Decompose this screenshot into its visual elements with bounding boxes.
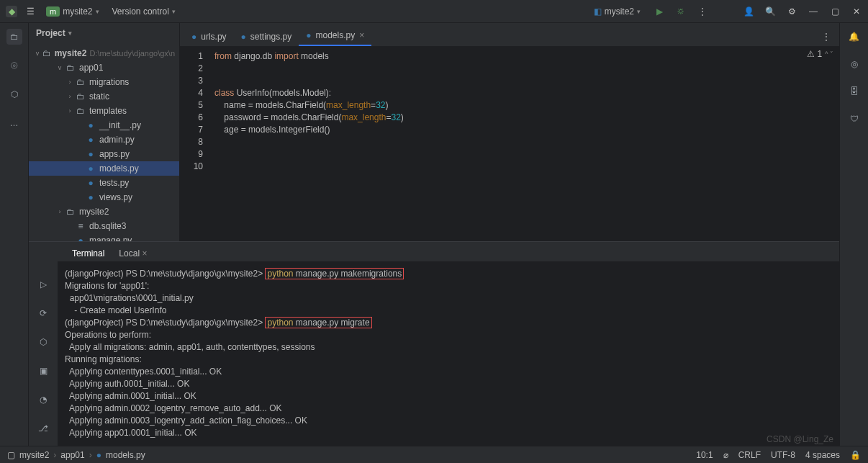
editor-tab[interactable]: ●urls.py	[184, 27, 234, 46]
tree-item[interactable]: ●admin.py	[29, 132, 179, 147]
close-icon[interactable]: ×	[142, 248, 147, 259]
run-config-icon: ◧	[594, 6, 602, 17]
readonly-icon[interactable]: ⌀	[723, 450, 728, 460]
code-line[interactable]: class UserInfo(models.Model):	[214, 87, 839, 99]
terminal-line: Applying admin.0002_logentry_remove_auto…	[65, 403, 832, 415]
project-tool-icon[interactable]: 🗀	[6, 29, 22, 45]
terminal-tab-main[interactable]: Terminal	[65, 246, 112, 261]
code-line[interactable]	[214, 148, 839, 161]
minimize-icon[interactable]: —	[808, 6, 819, 17]
tree-item[interactable]: ›🗀migrations	[29, 75, 179, 89]
tree-item[interactable]: v🗀app01	[29, 60, 179, 75]
terminal-line: Operations to perform:	[65, 329, 832, 341]
code-line[interactable]	[214, 63, 839, 75]
gutter: 12345678910	[180, 46, 209, 241]
code-line[interactable]: age = models.IntegerField()	[214, 124, 839, 136]
vcs-selector[interactable]: Version control ▾	[109, 5, 178, 18]
more-icon[interactable]: ⋮	[697, 6, 708, 17]
terminal-line: Applying contenttypes.0001_initial... OK	[65, 366, 832, 378]
warning-badge[interactable]: ⚠ 1 ^ ˅	[807, 49, 833, 59]
code-line[interactable]: name = models.CharField(max_length=32)	[214, 99, 839, 112]
bookmark-tool-icon[interactable]: ⬡	[6, 86, 22, 102]
code-line[interactable]: password = models.CharField(max_length=3…	[214, 112, 839, 124]
terminal-tab-local[interactable]: Local ×	[112, 246, 154, 261]
terminal-panel: ▷ ⟳ ⬡ ▣ ◔ ⎇ Terminal Local × (djangoProj…	[29, 241, 839, 446]
crumb-sep: ›	[89, 450, 92, 460]
tree-item[interactable]: ›🗀templates	[29, 104, 179, 118]
tree-item[interactable]: ●tests.py	[29, 176, 179, 190]
terminal-line: Applying app01.0001_initial... OK	[65, 427, 832, 439]
run-tool-icon[interactable]: ▷	[35, 277, 51, 292]
warning-icon: ⚠	[807, 49, 815, 59]
project-header-label: Project	[36, 28, 65, 38]
settings-icon[interactable]: ⚙	[786, 6, 797, 17]
tree-item[interactable]: ●__init__.py	[29, 118, 179, 132]
code-line[interactable]	[214, 136, 839, 148]
code-line[interactable]	[214, 161, 839, 173]
more-tool-icon[interactable]: …	[6, 115, 22, 131]
notifications-icon[interactable]: 🔔	[846, 29, 862, 45]
chevron-down-icon: ▾	[96, 8, 99, 15]
tab-more-icon[interactable]: ⋮	[818, 27, 835, 46]
terminal-line: - Create model UserInfo	[65, 305, 832, 317]
structure-tool-icon[interactable]: ⦾	[6, 58, 22, 73]
tree-item[interactable]: ≡db.sqlite3	[29, 219, 179, 233]
close-icon[interactable]: ✕	[851, 6, 862, 17]
user-icon[interactable]: 👤	[743, 6, 754, 17]
terminal-output[interactable]: (djangoProject) PS D:\me\study\django\gx…	[58, 262, 839, 446]
services-icon[interactable]: ⬡	[35, 334, 51, 350]
editor-tab[interactable]: ●models.py×	[299, 26, 371, 46]
terminal-line: (djangoProject) PS D:\me\study\django\gx…	[65, 268, 832, 280]
app-logo-icon: ◆	[6, 6, 17, 17]
close-icon[interactable]: ×	[359, 30, 364, 40]
terminal-line: Apply all migrations: admin, app01, auth…	[65, 341, 832, 354]
search-icon[interactable]: 🔍	[764, 6, 776, 17]
vcs-tool-icon[interactable]: ⎇	[35, 421, 51, 436]
debug-icon[interactable]: ⛭	[675, 6, 687, 17]
editor-tabs: ●urls.py●settings.py●models.py×⋮	[180, 23, 839, 46]
code-area[interactable]: from django.db import models class UserI…	[209, 46, 839, 241]
lock-icon[interactable]: 🔒	[850, 450, 861, 460]
tree-item[interactable]: ›🗀mysite2	[29, 204, 179, 219]
run-icon[interactable]: ▶	[654, 6, 665, 17]
titlebar: ◆ ☰ m mysite2 ▾ Version control ▾ ◧ mysi…	[0, 0, 868, 23]
shield-icon[interactable]: 🛡	[846, 111, 862, 127]
line-sep[interactable]: CRLF	[738, 450, 761, 460]
vcs-label: Version control	[112, 6, 169, 17]
tree-item[interactable]: ●apps.py	[29, 147, 179, 161]
crumb-item[interactable]: mysite2	[19, 450, 49, 460]
terminal-line: (djangoProject) PS D:\me\study\django\gx…	[65, 317, 832, 329]
tree-root[interactable]: v🗀mysite2D:\me\study\django\gx\n	[29, 46, 179, 60]
project-header[interactable]: Project ▾	[29, 23, 179, 43]
breadcrumb[interactable]: ▢ mysite2 › app01 › ● models.py	[7, 450, 145, 460]
indent[interactable]: 4 spaces	[805, 450, 840, 460]
crumb-item[interactable]: models.py	[106, 450, 145, 460]
database-icon[interactable]: 🗄	[846, 84, 862, 99]
ai-icon[interactable]: ◎	[846, 56, 862, 72]
maximize-icon[interactable]: ▢	[829, 6, 841, 17]
left-toolbar: 🗀 ⦾ ⬡ …	[0, 23, 29, 446]
terminal-tool-icon[interactable]: ▣	[35, 363, 51, 379]
terminal-line: Migrations for 'app01':	[65, 280, 832, 292]
caret-pos[interactable]: 10:1	[696, 450, 713, 460]
statusbar: ▢ mysite2 › app01 › ● models.py 10:1 ⌀ C…	[0, 446, 868, 463]
problems-icon[interactable]: ◔	[35, 392, 51, 408]
chevron-up-icon: ^ ˅	[825, 50, 833, 58]
encoding[interactable]: UTF-8	[771, 450, 795, 460]
code-line[interactable]	[214, 75, 839, 87]
tree-item[interactable]: ›🗀static	[29, 89, 179, 104]
chevron-down-icon: ▾	[637, 8, 641, 15]
python-console-icon[interactable]: ⟳	[35, 305, 51, 321]
run-config-name: mysite2	[605, 6, 634, 17]
run-config-selector[interactable]: ◧ mysite2 ▾	[591, 5, 643, 18]
tree-item[interactable]: ●models.py	[29, 161, 179, 176]
editor-tab[interactable]: ●settings.py	[234, 27, 299, 46]
code-line[interactable]: from django.db import models	[214, 50, 839, 63]
project-selector[interactable]: m mysite2 ▾	[43, 5, 102, 18]
tree-item[interactable]: ●manage.py	[29, 233, 179, 241]
hamburger-icon[interactable]: ☰	[24, 6, 36, 17]
tree-item[interactable]: ●views.py	[29, 190, 179, 204]
project-tree[interactable]: v🗀mysite2D:\me\study\django\gx\nv🗀app01›…	[29, 43, 179, 241]
terminal-tabs: Terminal Local ×	[58, 242, 839, 262]
crumb-item[interactable]: app01	[60, 450, 84, 460]
